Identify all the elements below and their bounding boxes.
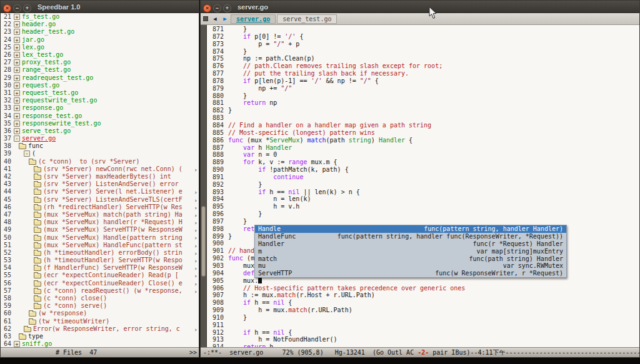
speedbar-row[interactable]: 35+responsewrite_test.go — [1, 120, 199, 127]
speedbar-label[interactable]: proxy_test.go — [22, 59, 71, 66]
speedbar-label[interactable]: readrequest_test.go — [22, 74, 93, 82]
folder-icon[interactable] — [34, 243, 41, 248]
speedbar-row[interactable]: 38func — [1, 142, 199, 150]
code-line[interactable]: 891 continue — [208, 174, 639, 181]
speedbar-label[interactable]: header_test.go — [22, 28, 74, 36]
speedbar-row[interactable]: 42(srv *Server) maxHeaderBytes() int — [1, 173, 199, 180]
expand-icon[interactable]: + — [14, 14, 20, 20]
speedbar-label[interactable]: responsewrite_test.go — [22, 120, 101, 127]
folder-icon[interactable] — [34, 236, 41, 241]
code-area[interactable]: 871 }872 if p[0] != '/' {873 p = "/" + p… — [208, 26, 639, 347]
speedbar-row[interactable]: 29+readrequest_test.go — [1, 74, 199, 82]
collapse-icon[interactable]: - — [24, 150, 30, 157]
speedbar-row[interactable]: 33+response.go — [1, 104, 199, 112]
code-line[interactable]: 874 } — [208, 48, 639, 56]
speedbar-label[interactable]: (tw *timeoutWriter) — [38, 318, 109, 325]
code-line[interactable]: 887 var h Handler — [208, 144, 639, 152]
speedbar-row[interactable]: 24+jar.go — [1, 36, 199, 44]
expand-icon[interactable]: + — [14, 105, 20, 111]
speedbar-titlebar[interactable]: ×−+ Speedbar 1.0 — [1, 1, 199, 13]
speedbar-label[interactable]: type — [28, 333, 43, 340]
speedbar-row[interactable]: 57(c *conn) readRequest() (w *response,› — [1, 287, 199, 295]
speedbar-label[interactable]: (srv *Server) ListenAndServe() error — [43, 180, 179, 188]
code-line[interactable]: 884// Find a handler on a handler map gi… — [208, 122, 639, 129]
code-line[interactable]: 882} — [208, 107, 639, 114]
speedbar-row[interactable]: 60(w *response) — [1, 310, 199, 317]
expand-icon[interactable]: + — [14, 59, 20, 66]
speedbar-row[interactable]: 22+header.go — [1, 21, 199, 28]
speedbar-row[interactable]: 25+lex.go — [1, 44, 199, 51]
code-line[interactable]: 907 h := mux.match(r.Host + r.URL.Path) — [208, 292, 639, 299]
menu-icon[interactable] — [203, 16, 208, 21]
speedbar-row[interactable]: 36+serve_test.go — [1, 127, 199, 135]
speedbar-row[interactable]: 55(ecr *expectContinueReader) Read(p [› — [1, 272, 199, 279]
folder-icon[interactable] — [34, 190, 41, 195]
folder-icon[interactable] — [34, 198, 41, 203]
speedbar-label[interactable]: server.go — [22, 135, 56, 142]
speedbar-label[interactable]: requestwrite_test.go — [22, 97, 97, 104]
code-line[interactable]: 872 if p[0] != '/' { — [208, 33, 639, 41]
speedbar-row[interactable]: 63type — [1, 333, 199, 340]
speedbar-label[interactable]: lex.go — [22, 44, 44, 51]
folder-icon[interactable] — [34, 182, 41, 187]
code-line[interactable]: 886func (mux *ServeMux) match(path strin… — [208, 137, 639, 144]
code-line[interactable]: 912 if h == nil { — [208, 329, 639, 337]
code-line[interactable]: 896 } — [208, 210, 639, 218]
expand-icon[interactable]: + — [14, 97, 20, 104]
speedbar-label[interactable]: (mux *ServeMux) handler(r *Request) H — [43, 219, 182, 226]
code-line[interactable]: 913 h = NotFoundHandler() — [208, 336, 639, 343]
expand-icon[interactable]: + — [14, 37, 20, 43]
speedbar-row[interactable]: 48(mux *ServeMux) handler(r *Request) H› — [1, 219, 199, 226]
code-line[interactable]: 873 p = "/" + p — [208, 41, 639, 48]
speedbar-label[interactable]: func — [28, 142, 43, 150]
speedbar-label[interactable]: (c *conn) serve() — [43, 302, 107, 310]
speedbar-file-tree[interactable]: 21+fs_test.go22+header.go23+header_test.… — [1, 13, 199, 347]
code-line[interactable]: 877 // put the trailing slash back if ne… — [208, 70, 639, 77]
code-line[interactable]: 889 for k, v := range mux.m { — [208, 159, 639, 166]
speedbar-row[interactable]: 46(rh *redirectHandler) ServeHTTP(w Res› — [1, 204, 199, 211]
speedbar-label[interactable]: jar.go — [22, 36, 44, 44]
speedbar-label[interactable]: (ecr *expectContinueReader) Read(p [ — [43, 272, 179, 279]
speedbar-label[interactable]: (ecr *expectContinueReader) Close() e — [43, 280, 182, 287]
folder-icon[interactable] — [34, 205, 41, 210]
completion-item[interactable]: muvar sync.RWMutex — [255, 262, 566, 270]
code-line[interactable]: 876 // path.Clean removes trailing slash… — [208, 62, 639, 70]
tab-back-icon[interactable]: ◀ — [211, 14, 219, 23]
speedbar-row[interactable]: 62Error(w ResponseWriter, error string, … — [1, 325, 199, 333]
folder-icon[interactable] — [29, 320, 36, 325]
folder-icon[interactable] — [24, 327, 31, 332]
speedbar-label[interactable]: (srv *Server) newConn(rwc net.Conn) ( — [43, 165, 182, 173]
speedbar-label[interactable]: response_test.go — [22, 112, 82, 120]
folder-icon[interactable] — [19, 335, 26, 340]
tab-serve_test-go[interactable]: serve_test.go — [277, 14, 337, 24]
speedbar-row[interactable]: 32+requestwrite_test.go — [1, 97, 199, 104]
completion-item[interactable]: Handlefunc(pattern string, handler Handl… — [255, 225, 566, 233]
code-line[interactable]: 892 } — [208, 181, 639, 189]
completion-item[interactable]: ServeHTTPfunc(w ResponseWriter, r *Reque… — [255, 270, 566, 277]
speedbar-row[interactable]: 27+proxy_test.go — [1, 59, 199, 66]
expand-icon[interactable]: + — [14, 128, 20, 134]
speedbar-label[interactable]: fs_test.go — [22, 13, 59, 21]
speedbar-row[interactable]: 58(c *conn) close() — [1, 295, 199, 302]
code-line[interactable]: 895 h = v.h — [208, 203, 639, 210]
expand-icon[interactable]: + — [14, 29, 20, 35]
speedbar-row[interactable]: 41(srv *Server) newConn(rwc net.Conn) (› — [1, 165, 199, 173]
expand-icon[interactable]: + — [14, 67, 20, 73]
speedbar-label[interactable]: (mux *ServeMux) ServeHTTP(w ResponseW — [43, 226, 182, 234]
speedbar-row[interactable]: 37-server.go — [1, 135, 199, 142]
code-line[interactable]: 881 return np — [208, 99, 639, 107]
code-line[interactable]: 890 if !pathMatch(k, path) { — [208, 166, 639, 174]
speedbar-label[interactable]: (c *conn) to (srv *Server) — [38, 158, 140, 165]
speedbar-label[interactable]: (srv *Server) Serve(l net.Listener) e — [43, 188, 182, 195]
folder-icon[interactable] — [34, 297, 41, 302]
folder-icon[interactable] — [19, 144, 26, 149]
speedbar-label[interactable]: request_test.go — [22, 89, 78, 97]
collapse-icon[interactable]: - — [14, 135, 20, 142]
completion-item[interactable]: matchfunc(path string) Handler — [255, 255, 566, 262]
speedbar-label[interactable]: sniff.go — [22, 340, 52, 347]
code-line[interactable]: 897 } — [208, 218, 639, 225]
expand-icon[interactable]: + — [14, 113, 20, 119]
expand-icon[interactable]: + — [14, 52, 20, 58]
speedbar-row[interactable]: 28+range_test.go — [1, 66, 199, 74]
speedbar-label[interactable]: response.go — [22, 104, 63, 112]
